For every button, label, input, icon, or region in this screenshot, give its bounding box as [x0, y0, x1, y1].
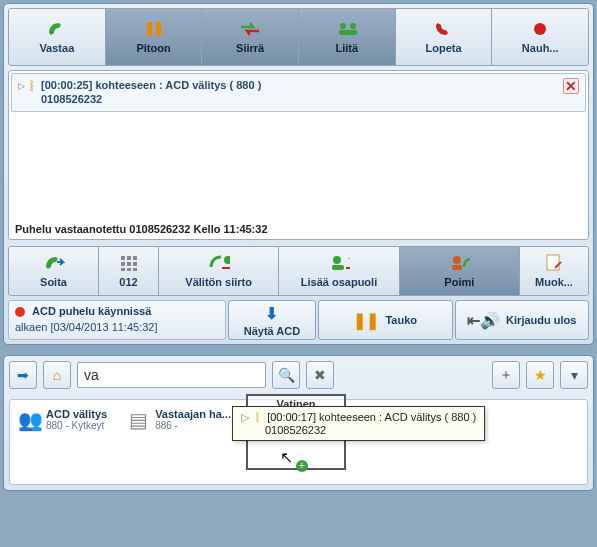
svg-point-3 [350, 23, 356, 29]
pick-button[interactable]: Poimi [400, 247, 520, 295]
call-line1: [00:00:25] kohteeseen : ACD välitys ( 88… [41, 78, 563, 92]
svg-rect-20 [452, 265, 462, 270]
keypad-label: 012 [119, 276, 137, 288]
svg-point-15 [224, 256, 230, 264]
svg-rect-6 [121, 256, 125, 260]
pause-button[interactable]: ❚❚ Tauko [318, 300, 453, 340]
svg-rect-21 [547, 255, 559, 270]
contact-item[interactable]: 👥 ACD välitys 880 - Kytkeyt [18, 408, 107, 476]
search-row: ➡ ⌂ 🔍 ✖ ＋ ★ ▾ [9, 361, 588, 389]
hold-button[interactable]: Pitoon [106, 9, 203, 65]
call-line2: 0108526232 [41, 92, 563, 106]
svg-rect-8 [133, 256, 137, 260]
call-list: ▷ ⦚ [00:00:25] kohteeseen : ACD välitys … [8, 70, 589, 240]
logout-icon: ⇤🔊 [467, 311, 500, 330]
call-control-panel: Vastaa Pitoon Siirrä Liitä Lopeta [3, 3, 594, 345]
tooltip-line1: [00:00:17] kohteeseen : ACD välitys ( 88… [267, 411, 476, 423]
favorite-button[interactable]: ★ [526, 361, 554, 389]
call-text: [00:00:25] kohteeseen : ACD välitys ( 88… [41, 78, 563, 107]
main-toolbar: Vastaa Pitoon Siirrä Liitä Lopeta [8, 8, 589, 66]
transfer-label: Siirrä [236, 42, 264, 54]
pause-icon: ❚❚ [353, 311, 379, 330]
close-call-button[interactable]: ✕ [563, 78, 579, 94]
call-row[interactable]: ▷ ⦚ [00:00:25] kohteeseen : ACD välitys … [11, 73, 586, 112]
svg-point-2 [340, 23, 346, 29]
dial-button[interactable]: Soita [9, 247, 99, 295]
add-button[interactable]: ＋ [492, 361, 520, 389]
wave-icon: ⦚ [255, 411, 261, 423]
svg-rect-7 [127, 256, 131, 260]
star-icon: ★ [534, 367, 547, 383]
acd-status: ACD puhelu käynnissä alkaen [03/04/2013 … [8, 300, 226, 340]
svg-point-19 [453, 256, 461, 264]
show-acd-label: Näytä ACD [244, 325, 300, 337]
home-button[interactable]: ⌂ [43, 361, 71, 389]
voicemail-icon: ▤ [127, 408, 149, 432]
svg-text:+: + [348, 254, 350, 264]
play-icon: ▷ [241, 411, 249, 423]
transfer-icon [239, 20, 261, 38]
forward-button[interactable]: ➡ [9, 361, 37, 389]
svg-rect-11 [133, 262, 137, 266]
svg-rect-13 [127, 268, 131, 271]
menu-button[interactable]: ▾ [560, 361, 588, 389]
search-button[interactable]: 🔍 [272, 361, 300, 389]
contact-item[interactable]: ▤ Vastaajan ha... 886 - [127, 408, 231, 476]
action-toolbar: Soita 012 Välitön siirto + Lisää osapuol… [8, 246, 589, 296]
record-label: Nauh... [522, 42, 559, 54]
contacts-list: 👥 ACD välitys 880 - Kytkeyt ▤ Vastaajan … [9, 399, 588, 485]
status-led-icon [15, 307, 25, 317]
arrow-right-icon: ➡ [17, 367, 29, 383]
record-icon [529, 20, 551, 38]
svg-rect-10 [127, 262, 131, 266]
tooltip-line2: 0108526232 [265, 424, 326, 436]
drag-tooltip: ▷ ⦚ [00:00:17] kohteeseen : ACD välitys … [232, 406, 485, 441]
instant-transfer-icon [208, 254, 230, 272]
call-status: Puhelu vastaanotettu 0108526232 Kello 11… [15, 223, 268, 235]
svg-rect-12 [121, 268, 125, 271]
cursor-icon: ↖ [280, 448, 293, 467]
logout-button[interactable]: ⇤🔊 Kirjaudu ulos [455, 300, 590, 340]
phone-answer-icon [46, 20, 68, 38]
pick-icon [448, 254, 470, 272]
show-acd-button[interactable]: ⬇ Näytä ACD [228, 300, 316, 340]
add-party-label: Lisää osapuoli [301, 276, 377, 288]
acd-since: alkaen [03/04/2013 11:45:32] [15, 321, 219, 333]
contact-name: ACD välitys [46, 408, 107, 420]
add-party-button[interactable]: + Lisää osapuoli [279, 247, 399, 295]
chevron-down-icon: ▾ [571, 367, 578, 383]
drop-plus-icon: + [296, 460, 308, 472]
instant-transfer-label: Välitön siirto [185, 276, 252, 288]
contact-sub: 886 - [155, 420, 231, 431]
record-button[interactable]: Nauh... [492, 9, 588, 65]
pause-icon [143, 20, 165, 38]
edit-button[interactable]: Muok... [520, 247, 588, 295]
play-icon: ▷ [18, 81, 25, 91]
instant-transfer-button[interactable]: Välitön siirto [159, 247, 279, 295]
home-icon: ⌂ [53, 367, 61, 383]
group-icon: 👥 [18, 408, 40, 432]
phone-end-icon [433, 20, 455, 38]
svg-point-5 [534, 23, 546, 35]
dial-icon [43, 254, 65, 272]
transfer-button[interactable]: Siirrä [202, 9, 299, 65]
edit-label: Muok... [535, 276, 573, 288]
svg-rect-14 [133, 268, 137, 271]
edit-icon [543, 254, 565, 272]
search-input[interactable] [77, 362, 266, 388]
group-icon [336, 20, 358, 38]
keypad-button[interactable]: 012 [99, 247, 159, 295]
clear-button[interactable]: ✖ [306, 361, 334, 389]
answer-button[interactable]: Vastaa [9, 9, 106, 65]
acd-title: ACD puhelu käynnissä [32, 305, 151, 317]
end-button[interactable]: Lopeta [396, 9, 493, 65]
svg-rect-1 [156, 22, 161, 36]
pick-label: Poimi [444, 276, 474, 288]
close-icon: ✖ [314, 367, 326, 383]
svg-rect-17 [332, 265, 344, 270]
acd-bar: ACD puhelu käynnissä alkaen [03/04/2013 … [8, 300, 589, 340]
join-button[interactable]: Liitä [299, 9, 396, 65]
end-label: Lopeta [425, 42, 461, 54]
hold-label: Pitoon [136, 42, 170, 54]
join-label: Liitä [336, 42, 359, 54]
